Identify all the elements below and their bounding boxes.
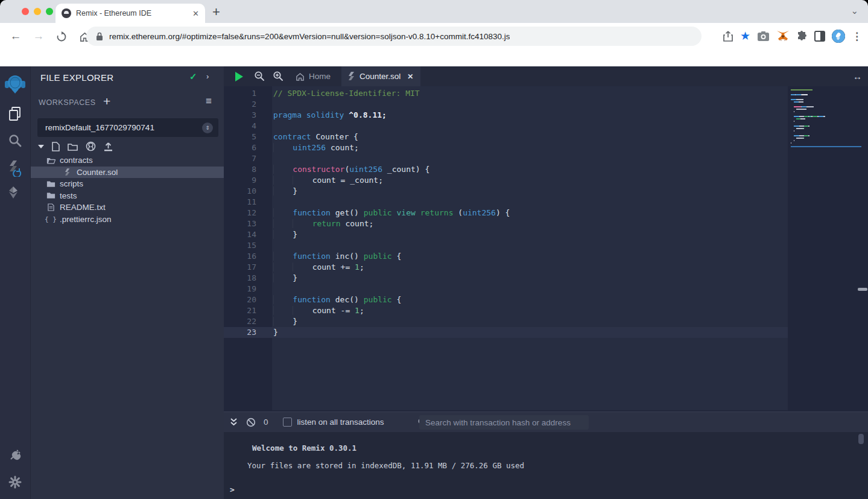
close-tab-icon[interactable]: ✕ xyxy=(407,72,413,81)
settings-gear-icon[interactable] xyxy=(0,475,30,489)
tree-item-label: scripts xyxy=(60,179,83,188)
browser-tab[interactable]: Remix - Ethereum IDE ✕ xyxy=(55,4,205,23)
remix-logo-icon[interactable] xyxy=(0,75,30,94)
home-tab-label: Home xyxy=(309,72,331,81)
side-panel-icon[interactable] xyxy=(814,31,825,42)
new-file-icon[interactable] xyxy=(52,142,60,151)
tree-item-contracts[interactable]: contracts xyxy=(31,154,224,167)
plugin-manager-icon[interactable] xyxy=(0,448,30,462)
tree-item-tests[interactable]: tests xyxy=(31,190,224,202)
window-zoom-button[interactable] xyxy=(46,8,53,15)
lock-icon xyxy=(96,32,103,41)
tree-item-label: contracts xyxy=(60,156,93,165)
terminal-prompt[interactable]: > xyxy=(230,485,235,494)
tree-item-readme-txt[interactable]: README.txt xyxy=(31,202,224,214)
remix-app: FILE EXPLORER ✓ › WORKSPACES + ≡ remixDe… xyxy=(0,66,868,499)
upload-file-icon[interactable] xyxy=(104,142,113,151)
home-tab-icon xyxy=(296,72,305,81)
tree-item-label: README.txt xyxy=(60,203,106,212)
browser-window: Remix - Ethereum IDE ✕ + ⌄ ← → remix.eth… xyxy=(0,0,868,499)
terminal-search-input[interactable] xyxy=(419,415,589,430)
browser-tabstrip: Remix - Ethereum IDE ✕ + ⌄ xyxy=(0,0,868,23)
page-top-margin xyxy=(0,49,868,66)
minimap-cursor-indicator xyxy=(791,146,861,147)
camera-extension-icon[interactable] xyxy=(757,31,770,42)
tree-item-label: tests xyxy=(60,191,77,200)
panel-chevron-icon[interactable]: › xyxy=(206,72,209,81)
listen-transactions-checkbox[interactable] xyxy=(283,418,292,427)
add-workspace-button[interactable]: + xyxy=(103,94,110,109)
remix-favicon-icon xyxy=(62,8,71,18)
share-icon[interactable] xyxy=(723,30,733,42)
tree-item-counter-sol[interactable]: Counter.sol xyxy=(31,167,224,179)
tab-search-chevron-icon[interactable]: ⌄ xyxy=(851,5,858,16)
browser-tab-title: Remix - Ethereum IDE xyxy=(76,9,189,17)
metamask-icon[interactable] xyxy=(776,30,790,42)
github-clone-icon[interactable] xyxy=(86,141,96,151)
window-close-button[interactable] xyxy=(22,8,29,15)
bookmark-star-icon[interactable]: ★ xyxy=(740,30,750,42)
workspace-select[interactable]: remixDefault_1677029790741 ⇕ xyxy=(37,118,218,137)
new-tab-button[interactable]: + xyxy=(212,4,220,20)
workspaces-label: WORKSPACES xyxy=(39,98,96,107)
reload-icon[interactable] xyxy=(54,30,69,42)
code-text: // SPDX-License-Identifier: MITpragma so… xyxy=(273,88,510,338)
terminal-panel: 0 listen on all transactions Welcome to … xyxy=(224,412,868,499)
solidity-tab-icon xyxy=(349,72,355,81)
terminal-welcome-line: Welcome to Remix 0.30.1 xyxy=(252,443,356,453)
folder-open-icon xyxy=(46,157,55,164)
editor-scrollbar[interactable] xyxy=(858,288,867,291)
tab-home[interactable]: Home xyxy=(288,66,338,86)
caret-down-icon[interactable] xyxy=(38,144,44,149)
back-icon[interactable]: ← xyxy=(8,30,23,43)
solidity-icon xyxy=(63,168,72,176)
resize-horizontal-icon[interactable]: ↔ xyxy=(853,71,861,81)
json-icon: { } xyxy=(46,215,55,223)
folder-icon xyxy=(46,192,55,199)
file-tree: contractsCounter.solscriptstestsREADME.t… xyxy=(31,154,224,225)
tree-item-label: Counter.sol xyxy=(77,168,118,177)
plugin-icon-bar xyxy=(0,66,30,499)
listen-transactions-label: listen on all transactions xyxy=(297,418,384,427)
editor-tab-bar: Home Counter.sol ✕ ↔ xyxy=(224,66,868,86)
window-minimize-button[interactable] xyxy=(34,8,41,15)
file-explorer-icon[interactable] xyxy=(0,106,30,121)
menu-dots-icon[interactable]: ⋮ xyxy=(852,30,862,43)
zoom-out-icon[interactable] xyxy=(254,71,265,81)
file-icon xyxy=(46,203,55,211)
terminal-scrollbar-thumb[interactable] xyxy=(858,434,864,444)
minimap[interactable] xyxy=(791,89,861,145)
workspace-menu-icon[interactable]: ≡ xyxy=(206,95,212,107)
extensions-puzzle-icon[interactable] xyxy=(796,31,808,42)
file-explorer-toolbar xyxy=(38,141,113,151)
extensions-zone: ★ ⋮ xyxy=(723,23,862,49)
workspace-select-arrows-icon: ⇕ xyxy=(202,122,213,133)
browser-toolbar: ← → remix.ethereum.org/#optimize=false&r… xyxy=(0,23,868,49)
active-tab-label: Counter.sol xyxy=(360,72,401,81)
tree-item-scripts[interactable]: scripts xyxy=(31,178,224,190)
new-folder-icon[interactable] xyxy=(68,142,78,151)
zoom-in-icon[interactable] xyxy=(273,71,284,81)
run-script-play-button[interactable] xyxy=(235,72,243,81)
tab-counter-sol[interactable]: Counter.sol ✕ xyxy=(341,66,420,86)
deploy-and-run-icon[interactable] xyxy=(0,186,30,199)
solidity-compiler-icon[interactable] xyxy=(0,160,30,177)
panel-title: FILE EXPLORER xyxy=(40,72,113,83)
terminal-storage-line: Your files are stored in indexedDB, 11.9… xyxy=(247,461,524,470)
url-bar[interactable]: remix.ethereum.org/#optimize=false&runs=… xyxy=(86,27,702,46)
transaction-count-badge: 0 xyxy=(264,418,268,427)
expand-terminal-icon[interactable] xyxy=(230,418,238,427)
file-explorer-panel: FILE EXPLORER ✓ › WORKSPACES + ≡ remixDe… xyxy=(30,66,224,499)
folder-icon xyxy=(46,180,55,188)
forward-icon[interactable]: → xyxy=(31,30,46,43)
blue-extension-icon[interactable] xyxy=(832,30,845,43)
tree-item-label: .prettierrc.json xyxy=(60,215,112,224)
close-tab-icon[interactable]: ✕ xyxy=(192,9,199,18)
url-text: remix.ethereum.org/#optimize=false&runs=… xyxy=(109,32,510,41)
clear-console-icon[interactable] xyxy=(246,418,256,427)
editor-area: Home Counter.sol ✕ ↔ 1234567891011121314… xyxy=(224,66,868,499)
line-number-gutter: 1234567891011121314151617181920212223 xyxy=(224,88,256,338)
terminal-output[interactable]: Welcome to Remix 0.30.1 Your files are s… xyxy=(224,432,868,499)
search-icon[interactable] xyxy=(0,134,30,147)
tree-item--prettierrc-json[interactable]: { }.prettierrc.json xyxy=(31,214,224,226)
